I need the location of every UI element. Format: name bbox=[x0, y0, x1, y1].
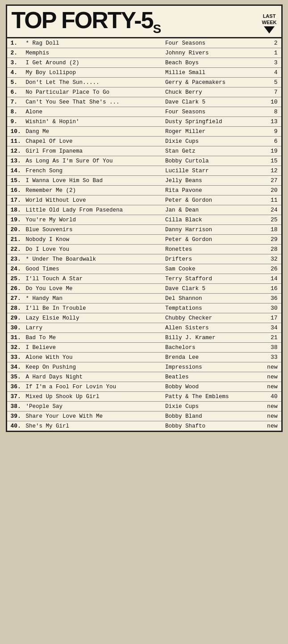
entry-last-week: 4 bbox=[263, 68, 281, 78]
table-row: 14.French SongLucille Starr12 bbox=[7, 166, 281, 176]
table-row: 2.MemphisJohnny Rivers1 bbox=[7, 48, 281, 58]
entry-song: Do You Love Me bbox=[24, 284, 163, 294]
table-row: 1.* Rag DollFour Seasons2 bbox=[7, 38, 281, 48]
entry-artist: Bobby Shafto bbox=[163, 421, 263, 431]
entry-artist: Danny Harrison bbox=[163, 225, 263, 235]
entry-song: Little Old Lady From Pasedena bbox=[24, 205, 163, 215]
entry-song: I Wanna Love Him So Bad bbox=[24, 176, 163, 186]
table-row: 19.You're My WorldCilla Black25 bbox=[7, 215, 281, 225]
entry-number: 9. bbox=[7, 117, 24, 127]
table-row: 12.Girl From IpanemaStan Getz19 bbox=[7, 146, 281, 156]
entry-last-week: new bbox=[263, 411, 281, 421]
entry-last-week: 3 bbox=[263, 58, 281, 68]
entry-song: Larry bbox=[24, 323, 163, 333]
table-row: 17.World Without LovePeter & Gordon11 bbox=[7, 195, 281, 205]
entry-number: 36. bbox=[7, 382, 24, 392]
entry-song: If I'm a Fool For Lovin You bbox=[24, 382, 163, 392]
entry-song: Memphis bbox=[24, 48, 163, 58]
entry-last-week: 33 bbox=[263, 353, 281, 362]
entry-artist: Bachelors bbox=[163, 343, 263, 353]
entry-artist: Four Seasons bbox=[163, 38, 263, 48]
entry-number: 8. bbox=[7, 107, 24, 117]
last-week-label: LASTWEEK bbox=[262, 13, 277, 34]
entry-artist: Dixie Cups bbox=[163, 137, 263, 146]
table-row: 3.I Get Around (2)Beach Boys3 bbox=[7, 58, 281, 68]
entry-artist: Gerry & Pacemakers bbox=[163, 78, 263, 87]
entry-artist: Dave Clark 5 bbox=[163, 97, 263, 107]
entry-last-week: 27 bbox=[263, 176, 281, 186]
entry-last-week: 2 bbox=[263, 38, 281, 48]
entry-song: Share Your Love With Me bbox=[24, 411, 163, 421]
entry-song: No Particular Place To Go bbox=[24, 87, 163, 97]
entry-number: 7. bbox=[7, 97, 24, 107]
entry-artist: Chubby Checker bbox=[163, 313, 263, 323]
entry-number: 23. bbox=[7, 254, 24, 264]
header: TOP FORTY-5s LASTWEEK bbox=[7, 6, 281, 38]
entry-song: She's My Girl bbox=[24, 421, 163, 431]
entry-song: I'll Be In Trouble bbox=[24, 303, 163, 313]
entry-song: Do I Love You bbox=[24, 245, 163, 254]
table-row: 18.Little Old Lady From PasedenaJan & De… bbox=[7, 205, 281, 215]
entry-number: 21. bbox=[7, 235, 24, 245]
entry-last-week: 11 bbox=[263, 195, 281, 205]
entry-last-week: 12 bbox=[263, 166, 281, 176]
entry-artist: Dave Clark 5 bbox=[163, 284, 263, 294]
table-row: 31.Bad To MeBilly J. Kramer21 bbox=[7, 333, 281, 343]
entry-song: Keep On Pushing bbox=[24, 362, 163, 372]
entry-number: 37. bbox=[7, 392, 24, 402]
entry-last-week: 28 bbox=[263, 245, 281, 254]
entry-song: Blue Souvenirs bbox=[24, 225, 163, 235]
entry-number: 29. bbox=[7, 313, 24, 323]
entry-artist: Stan Getz bbox=[163, 146, 263, 156]
entry-song: Lazy Elsie Molly bbox=[24, 313, 163, 323]
main-container: TOP FORTY-5s LASTWEEK 1.* Rag DollFour S… bbox=[6, 4, 283, 432]
table-row: 29.Lazy Elsie MollyChubby Checker17 bbox=[7, 313, 281, 323]
entry-artist: Bobby Bland bbox=[163, 411, 263, 421]
entry-song: You're My World bbox=[24, 215, 163, 225]
table-row: 37.Mixed Up Shook Up GirlPatty & The Emb… bbox=[7, 392, 281, 402]
entry-last-week: 38 bbox=[263, 343, 281, 353]
entry-artist: Jan & Dean bbox=[163, 205, 263, 215]
entry-artist: Patty & The Emblems bbox=[163, 392, 263, 402]
entry-last-week: 18 bbox=[263, 225, 281, 235]
entry-song: Bad To Me bbox=[24, 333, 163, 343]
chart-table: 1.* Rag DollFour Seasons22.MemphisJohnny… bbox=[7, 38, 281, 431]
entry-number: 40. bbox=[7, 421, 24, 431]
entry-artist: Bobby Curtola bbox=[163, 156, 263, 166]
entry-number: 24. bbox=[7, 264, 24, 274]
table-row: 5.Don't Let The Sun.....Gerry & Pacemake… bbox=[7, 78, 281, 87]
entry-artist: Peter & Gordon bbox=[163, 235, 263, 245]
entry-number: 33. bbox=[7, 353, 24, 362]
entry-artist: Temptations bbox=[163, 303, 263, 313]
entry-song: Girl From Ipanema bbox=[24, 146, 163, 156]
table-row: 30.LarryAllen Sisters34 bbox=[7, 323, 281, 333]
entry-last-week: 34 bbox=[263, 323, 281, 333]
entry-number: 20. bbox=[7, 225, 24, 235]
entry-last-week: 8 bbox=[263, 107, 281, 117]
entry-last-week: 17 bbox=[263, 313, 281, 323]
entry-number: 22. bbox=[7, 245, 24, 254]
table-row: 23.* Under The BoardwalkDrifters32 bbox=[7, 254, 281, 264]
entry-artist: Roger Miller bbox=[163, 127, 263, 137]
entry-artist: Rita Pavone bbox=[163, 186, 263, 195]
entry-number: 34. bbox=[7, 362, 24, 372]
table-row: 28.I'll Be In TroubleTemptations30 bbox=[7, 303, 281, 313]
entry-song: I'll Touch A Star bbox=[24, 274, 163, 284]
entry-number: 30. bbox=[7, 323, 24, 333]
entry-number: 16. bbox=[7, 186, 24, 195]
entry-artist: Del Shannon bbox=[163, 294, 263, 303]
table-row: 22.Do I Love YouRonettes28 bbox=[7, 245, 281, 254]
entry-number: 10. bbox=[7, 127, 24, 137]
entry-number: 11. bbox=[7, 137, 24, 146]
table-row: 25.I'll Touch A StarTerry Stafford14 bbox=[7, 274, 281, 284]
entry-artist: Four Seasons bbox=[163, 107, 263, 117]
entry-last-week: 13 bbox=[263, 117, 281, 127]
entry-number: 18. bbox=[7, 205, 24, 215]
entry-artist: Beatles bbox=[163, 372, 263, 382]
entry-artist: Bobby Wood bbox=[163, 382, 263, 392]
entry-last-week: 5 bbox=[263, 78, 281, 87]
entry-song: Remember Me (2) bbox=[24, 186, 163, 195]
entry-number: 26. bbox=[7, 284, 24, 294]
entry-song: Dang Me bbox=[24, 127, 163, 137]
table-row: 16.Remember Me (2)Rita Pavone20 bbox=[7, 186, 281, 195]
